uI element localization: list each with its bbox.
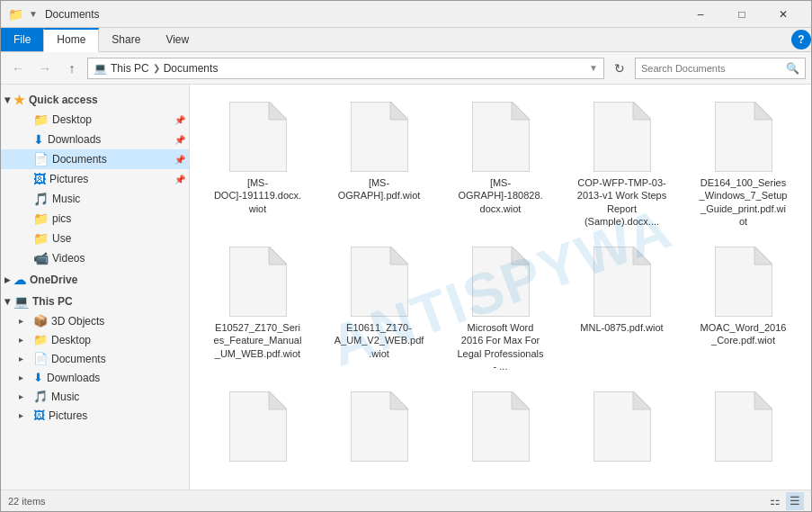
status-bar-controls: ⚏ ☰ bbox=[766, 492, 804, 510]
file-item[interactable] bbox=[686, 385, 800, 472]
file-icon-wrap bbox=[711, 246, 776, 318]
file-icon bbox=[715, 102, 772, 172]
up-button[interactable]: ↑ bbox=[60, 58, 84, 79]
svg-marker-23 bbox=[390, 391, 408, 409]
sidebar-item-label: 3D Objects bbox=[51, 315, 185, 328]
file-item[interactable]: [MS-OGRAPH].pdf.wiot bbox=[322, 95, 436, 233]
file-item[interactable]: MNL-0875.pdf.wiot bbox=[565, 240, 679, 378]
folder-icon: 📄 bbox=[33, 352, 48, 365]
maximize-button[interactable]: □ bbox=[721, 1, 763, 28]
file-icon-wrap bbox=[226, 391, 290, 463]
sidebar-item-desktop[interactable]: 📁 Desktop 📌 bbox=[1, 110, 189, 130]
sidebar-section-quick-access[interactable]: ▾ ★ Quick access bbox=[1, 88, 189, 110]
file-item[interactable]: [MS-DOC]-191119.docx.wiot bbox=[201, 95, 315, 233]
file-item[interactable]: DE164_100_Series_Windows_7_Setup_Guide_p… bbox=[686, 95, 800, 233]
sidebar-item-desktop-pc[interactable]: ▸ 📁 Desktop bbox=[1, 330, 189, 349]
file-item[interactable]: [MS-OGRAPH]-180828.docx.wiot bbox=[443, 95, 558, 233]
sidebar-item-documents-pc[interactable]: ▸ 📄 Documents bbox=[1, 349, 189, 368]
title-bar: 📁 ▼ Documents – □ ✕ bbox=[1, 1, 811, 28]
sidebar-item-label: Downloads bbox=[48, 133, 171, 146]
sidebar-item-pictures[interactable]: 🖼 Pictures 📌 bbox=[1, 169, 189, 189]
window: 📁 ▼ Documents – □ ✕ File Home Share View… bbox=[0, 0, 812, 512]
address-box[interactable]: 💻 This PC ❯ Documents ▼ bbox=[87, 58, 604, 79]
file-item[interactable]: Microsoft Word 2016 For Max For Legal Pr… bbox=[443, 240, 558, 378]
file-icon bbox=[472, 391, 530, 462]
sidebar-item-videos[interactable]: 📹 Videos bbox=[1, 248, 189, 268]
sidebar-item-downloads[interactable]: ⬇ Downloads 📌 bbox=[1, 130, 189, 149]
folder-icon: 📦 bbox=[33, 314, 48, 328]
file-item[interactable] bbox=[201, 385, 315, 472]
file-area: ANTISPYWA [MS-DOC]-191119.docx.wiot bbox=[190, 85, 811, 490]
file-icon-wrap bbox=[347, 391, 412, 463]
file-icon bbox=[229, 391, 287, 462]
sidebar-item-label: Videos bbox=[52, 252, 185, 265]
sidebar-item-pictures-pc[interactable]: ▸ 🖼 Pictures bbox=[1, 406, 189, 425]
svg-marker-27 bbox=[633, 391, 651, 409]
file-icon-wrap bbox=[590, 391, 655, 463]
sidebar-item-label: Downloads bbox=[47, 372, 185, 384]
sidebar-item-documents[interactable]: 📄 Documents 📌 bbox=[1, 149, 189, 169]
folder-icon: 📄 bbox=[33, 152, 49, 166]
pin-icon: 📌 bbox=[174, 155, 185, 165]
svg-marker-9 bbox=[754, 102, 772, 120]
svg-marker-1 bbox=[269, 102, 287, 120]
icons-view-button[interactable]: ☰ bbox=[786, 492, 804, 510]
tab-view[interactable]: View bbox=[153, 28, 201, 51]
folder-icon: 🖼 bbox=[33, 172, 46, 186]
title-bar-icons: 📁 ▼ bbox=[8, 7, 38, 22]
help-button[interactable]: ? bbox=[791, 30, 811, 49]
tab-share[interactable]: Share bbox=[99, 28, 153, 51]
window-title: Documents bbox=[45, 8, 680, 21]
sidebar-item-label: Documents bbox=[51, 353, 185, 365]
sidebar-item-music-pc[interactable]: ▸ 🎵 Music bbox=[1, 387, 189, 406]
svg-marker-25 bbox=[512, 391, 530, 409]
file-name: E10527_Z170_Series_Feature_Manual_UM_WEB… bbox=[213, 321, 303, 360]
folder-icon: 🖼 bbox=[33, 409, 45, 422]
file-item[interactable]: COP-WFP-TMP-03-2013-v1 Work Steps Report… bbox=[565, 95, 679, 233]
file-item[interactable] bbox=[443, 385, 558, 472]
forward-button[interactable]: → bbox=[33, 58, 57, 79]
file-item[interactable]: E10527_Z170_Series_Feature_Manual_UM_WEB… bbox=[201, 240, 315, 378]
minimize-button[interactable]: – bbox=[680, 1, 721, 28]
folder-icon: 📁 bbox=[33, 333, 48, 346]
file-name: DE164_100_Series_Windows_7_Setup_Guide_p… bbox=[699, 176, 789, 228]
onedrive-label: OneDrive bbox=[30, 274, 77, 286]
sidebar-item-downloads-pc[interactable]: ▸ ⬇ Downloads bbox=[1, 368, 189, 387]
folder-icon: 📁 bbox=[33, 211, 49, 226]
expand-icon: ▸ bbox=[19, 410, 30, 420]
details-view-button[interactable]: ⚏ bbox=[766, 492, 784, 510]
file-item[interactable] bbox=[322, 385, 436, 472]
folder-icon: 🎵 bbox=[33, 192, 49, 206]
close-button[interactable]: ✕ bbox=[763, 1, 804, 28]
file-icon bbox=[472, 247, 530, 317]
pin-icon: 📌 bbox=[174, 115, 185, 125]
file-icon-wrap bbox=[347, 246, 412, 318]
folder-icon: ⬇ bbox=[33, 132, 44, 147]
sidebar-section-thispc[interactable]: ▾ 💻 This PC bbox=[1, 290, 189, 311]
tab-home[interactable]: Home bbox=[43, 28, 99, 52]
sidebar-item-label: Use bbox=[52, 232, 185, 245]
refresh-button[interactable]: ↻ bbox=[608, 58, 631, 79]
file-icon-wrap bbox=[468, 246, 533, 318]
sidebar-item-use[interactable]: 📁 Use bbox=[1, 229, 189, 248]
file-item[interactable]: E10611_Z170-A_UM_V2_WEB.pdf.wiot bbox=[322, 240, 436, 378]
search-box[interactable]: 🔍 bbox=[635, 58, 806, 79]
svg-marker-15 bbox=[512, 247, 530, 265]
file-name: MNL-0875.pdf.wiot bbox=[580, 321, 663, 334]
sidebar-item-3d-objects[interactable]: ▸ 📦 3D Objects bbox=[1, 311, 189, 330]
file-name: [MS-OGRAPH].pdf.wiot bbox=[335, 176, 424, 202]
file-item[interactable] bbox=[565, 385, 679, 472]
file-item[interactable]: MOAC_Word_2016_Core.pdf.wiot bbox=[686, 240, 800, 378]
file-name: [MS-DOC]-191119.docx.wiot bbox=[213, 176, 303, 215]
folder-icon: 📹 bbox=[33, 251, 49, 265]
sidebar-item-pics[interactable]: 📁 pics bbox=[1, 209, 189, 229]
back-button[interactable]: ← bbox=[6, 58, 30, 79]
sidebar-item-label: Desktop bbox=[52, 113, 171, 126]
file-icon bbox=[351, 102, 408, 172]
sidebar-section-onedrive[interactable]: ▸ ☁ OneDrive bbox=[1, 268, 189, 290]
sidebar-item-music[interactable]: 🎵 Music bbox=[1, 189, 189, 209]
expand-icon: ▸ bbox=[19, 354, 30, 364]
tab-file[interactable]: File bbox=[1, 28, 43, 51]
search-input[interactable] bbox=[641, 63, 782, 74]
item-count: 22 items bbox=[8, 496, 46, 507]
